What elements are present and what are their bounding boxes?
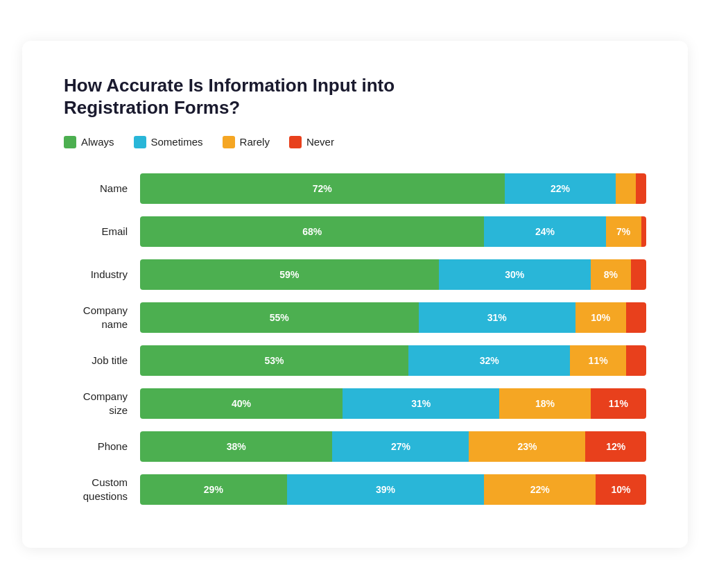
bar-track: 72%22% [140,173,646,204]
legend-swatch-never [289,136,302,148]
bar-label: Companyname [64,304,140,331]
bar-track: 29%39%22%10% [140,474,646,505]
bar-row: Job title53%32%11% [64,343,646,379]
bar-row: Customquestions29%39%22%10% [64,472,646,508]
bar-segment-always: 40% [140,388,343,419]
bar-segment-rarely: 11% [570,345,625,376]
bar-segment-rarely: 23% [469,431,585,462]
bar-label: Customquestions [64,476,140,503]
legend-item-always: Always [64,136,114,148]
bar-segment-always: 53% [140,345,408,376]
bar-track: 55%31%10% [140,302,646,333]
bar-segment-never [641,216,646,247]
chart-title: How Accurate Is Information Input into R… [64,74,646,119]
bar-segment-sometimes: 22% [505,173,616,204]
bar-segment-always: 68% [140,216,484,247]
bar-track: 68%24%7% [140,216,646,247]
bar-segment-never [636,173,646,204]
legend-label-sometimes: Sometimes [151,136,203,148]
bar-segment-rarely: 10% [575,302,626,333]
bar-segment-sometimes: 30% [439,259,591,290]
bar-label: Industry [64,268,140,282]
bars-section: Name72%22%Email68%24%7%Industry59%30%8%C… [64,171,646,514]
chart-container: How Accurate Is Information Input into R… [22,41,688,548]
bar-row: Email68%24%7% [64,214,646,250]
legend-label-rarely: Rarely [240,136,270,148]
bar-segment-sometimes: 24% [484,216,605,247]
bar-segment-never [631,259,646,290]
bar-row: Companysize40%31%18%11% [64,386,646,422]
bar-segment-sometimes: 32% [408,345,571,376]
legend-swatch-always [64,136,76,148]
bar-label: Email [64,225,140,239]
bar-segment-rarely: 7% [606,216,641,247]
legend-item-sometimes: Sometimes [134,136,203,148]
bar-segment-always: 72% [140,173,505,204]
bar-segment-sometimes: 31% [343,388,499,419]
legend-item-never: Never [289,136,334,148]
bar-segment-always: 59% [140,259,439,290]
bar-row: Companyname55%31%10% [64,300,646,336]
bar-segment-never [626,345,646,376]
bar-label: Companysize [64,390,140,417]
bar-segment-never: 10% [596,474,646,505]
bar-segment-sometimes: 27% [332,431,469,462]
legend-label-always: Always [81,136,114,148]
bar-segment-rarely: 22% [484,474,596,505]
bar-segment-rarely: 8% [591,259,631,290]
bar-segment-rarely: 18% [499,388,590,419]
chart-legend: AlwaysSometimesRarelyNever [64,136,646,148]
legend-swatch-rarely [223,136,235,148]
bar-track: 53%32%11% [140,345,646,376]
legend-item-rarely: Rarely [223,136,270,148]
bar-segment-never: 11% [591,388,646,419]
bar-segment-always: 55% [140,302,419,333]
bar-segment-always: 29% [140,474,287,505]
bar-segment-never: 12% [585,431,646,462]
legend-swatch-sometimes [134,136,146,148]
bar-track: 59%30%8% [140,259,646,290]
bar-track: 40%31%18%11% [140,388,646,419]
bar-label: Job title [64,354,140,368]
bar-row: Industry59%30%8% [64,257,646,293]
bar-segment-never [626,302,646,333]
bar-label: Phone [64,440,140,453]
bar-segment-sometimes: 39% [287,474,485,505]
legend-label-never: Never [306,136,334,148]
bar-track: 38%27%23%12% [140,431,646,462]
bar-label: Name [64,182,140,196]
bar-segment-always: 38% [140,431,332,462]
bar-segment-sometimes: 31% [419,302,575,333]
bar-segment-rarely [616,173,636,204]
bar-row: Name72%22% [64,171,646,207]
bar-row: Phone38%27%23%12% [64,429,646,465]
